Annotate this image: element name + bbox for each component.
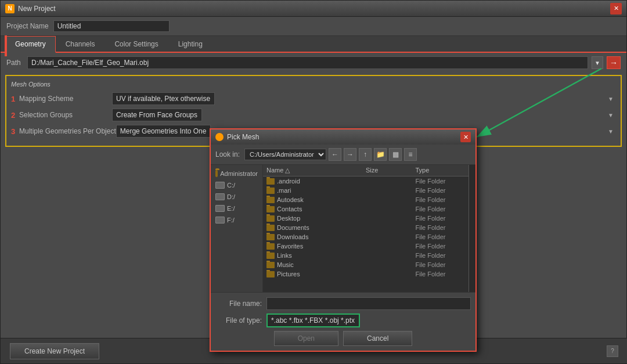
open-button[interactable]: Open — [274, 331, 338, 346]
toolbar-back-button[interactable]: ← — [329, 148, 341, 161]
toolbar-forward-button[interactable]: → — [344, 148, 356, 161]
file-folder-icon — [266, 262, 275, 268]
file-name: Documents — [277, 224, 309, 231]
file-folder-icon — [266, 253, 275, 259]
list-item[interactable]: Documents File Folder — [263, 223, 469, 232]
toolbar-view-list-button[interactable]: ≡ — [404, 148, 417, 161]
sidebar-item-d[interactable]: D:/ — [213, 192, 260, 202]
file-type: File Folder — [416, 224, 466, 231]
list-item[interactable]: Favorites File Folder — [263, 242, 469, 251]
main-window: N New Project ✕ Project Name Geometry Ch… — [0, 0, 627, 364]
sidebar-item-f[interactable]: F:/ — [213, 215, 260, 225]
toolbar-new-folder-button[interactable]: 📁 — [374, 148, 387, 161]
file-folder-icon — [266, 188, 275, 194]
option-row-mapping: 1 Mapping Scheme UV if available, Ptex o… — [11, 92, 616, 105]
pick-mesh-dialog: Pick Mesh ✕ Look in: C:/Users/Administra… — [210, 128, 477, 352]
file-type-label: File of type: — [215, 316, 262, 325]
sidebar-label-f: F:/ — [227, 217, 235, 224]
file-type: File Folder — [416, 271, 466, 277]
file-name-row: File name: — [215, 297, 471, 310]
col-type: Type — [416, 167, 466, 174]
path-row: Path ▼ → — [1, 53, 626, 73]
file-name: Links — [277, 252, 292, 259]
create-new-project-button[interactable]: Create New Project — [10, 343, 99, 359]
file-type: File Folder — [416, 252, 466, 259]
file-name-label: File name: — [215, 300, 262, 308]
tab-channels[interactable]: Channels — [56, 36, 105, 53]
sidebar-label-administrator: Administrator — [220, 170, 258, 177]
option1-number: 1 — [11, 95, 19, 103]
file-name-input[interactable] — [266, 297, 471, 310]
sidebar-label-d: D:/ — [227, 193, 235, 200]
file-folder-icon — [266, 206, 275, 212]
sidebar-item-e[interactable]: E:/ — [213, 203, 260, 214]
file-type-row: File of type: *.abc *.fbx *.FBX *.obj *.… — [215, 313, 471, 327]
list-item[interactable]: Music File Folder — [263, 260, 469, 269]
look-in-select[interactable]: C:/Users/Administrator — [244, 149, 326, 160]
option3-dropdown-arrow: ▼ — [608, 128, 614, 135]
drive-icon-c — [215, 182, 225, 189]
sidebar-item-c[interactable]: C:/ — [213, 180, 260, 190]
option3-label: Multiple Geometries Per Object — [19, 127, 116, 135]
list-item[interactable]: Links File Folder — [263, 251, 469, 260]
title-bar: N New Project ✕ — [1, 1, 626, 17]
scrollbar[interactable] — [469, 165, 475, 292]
file-type: File Folder — [416, 243, 466, 250]
option3-number: 3 — [11, 127, 19, 136]
tabs-bar: Geometry Channels Color Settings Lightin… — [1, 36, 626, 53]
file-list-header: Name △ Size Type — [263, 165, 469, 176]
toolbar-view-grid-button[interactable]: ▦ — [389, 148, 402, 161]
list-item[interactable]: Contacts File Folder — [263, 204, 469, 214]
tab-geometry[interactable]: Geometry — [5, 36, 56, 53]
file-rows-container: .android File Folder .mari File Folder A… — [263, 176, 469, 279]
cancel-button[interactable]: Cancel — [343, 331, 412, 346]
app-icon: N — [5, 4, 15, 13]
toolbar-up-button[interactable]: ↑ — [359, 148, 372, 161]
file-type: File Folder — [416, 261, 466, 268]
option1-select-wrapper: UV if available, Ptex otherwise UV Ptex … — [112, 92, 616, 105]
tab-lighting[interactable]: Lighting — [168, 36, 212, 53]
project-name-input[interactable] — [53, 20, 170, 32]
tab-color-settings[interactable]: Color Settings — [105, 36, 168, 53]
list-item[interactable]: Downloads File Folder — [263, 232, 469, 242]
path-input[interactable] — [27, 56, 588, 69]
file-name: Autodesk — [277, 196, 304, 203]
file-folder-icon — [266, 197, 275, 203]
window-title: New Project — [18, 5, 610, 13]
option2-number: 2 — [11, 111, 19, 120]
list-item[interactable]: Desktop File Folder — [263, 214, 469, 223]
path-dropdown-button[interactable]: ▼ — [592, 56, 603, 69]
list-item[interactable]: .android File Folder — [263, 176, 469, 186]
file-type-select[interactable]: *.abc *.fbx *.FBX *.obj *.ptx — [266, 313, 360, 327]
file-folder-icon — [266, 225, 275, 231]
list-item[interactable]: Pictures File Folder — [263, 269, 469, 279]
look-in-label: Look in: — [215, 150, 240, 158]
project-name-label: Project Name — [6, 22, 49, 30]
help-icon[interactable]: ? — [607, 345, 618, 357]
file-name: Favorites — [277, 243, 303, 250]
dialog-content: Administrator C:/ D:/ E:/ F:/ — [211, 165, 475, 293]
file-type: File Folder — [416, 187, 466, 194]
file-type-select-wrapper: *.abc *.fbx *.FBX *.obj *.ptx — [266, 313, 471, 327]
close-button[interactable]: ✕ — [610, 3, 622, 15]
dialog-buttons: Open Cancel — [215, 331, 471, 346]
file-type: File Folder — [416, 233, 466, 240]
file-name: Desktop — [277, 215, 300, 222]
option2-select[interactable]: Create From Face Groups None Create From… — [112, 109, 202, 121]
file-folder-icon — [266, 234, 275, 240]
file-name: .mari — [277, 187, 291, 194]
file-name: Pictures — [277, 271, 300, 277]
list-item[interactable]: .mari File Folder — [263, 186, 469, 195]
file-name: Music — [277, 261, 294, 268]
drive-icon-f — [215, 217, 225, 224]
list-item[interactable]: Autodesk File Folder — [263, 195, 469, 204]
option3-select[interactable]: Merge Geometries Into One Keep Separate — [116, 125, 211, 138]
option1-select[interactable]: UV if available, Ptex otherwise UV Ptex — [112, 92, 215, 105]
dialog-app-icon — [215, 133, 224, 141]
drive-icon-e — [215, 205, 225, 212]
path-browse-button[interactable]: → — [607, 56, 621, 69]
sidebar-item-administrator[interactable]: Administrator — [213, 168, 260, 179]
dialog-toolbar: Look in: C:/Users/Administrator ← → ↑ 📁 … — [211, 145, 475, 165]
dialog-close-button[interactable]: ✕ — [460, 132, 471, 142]
sidebar-label-e: E:/ — [227, 205, 235, 212]
